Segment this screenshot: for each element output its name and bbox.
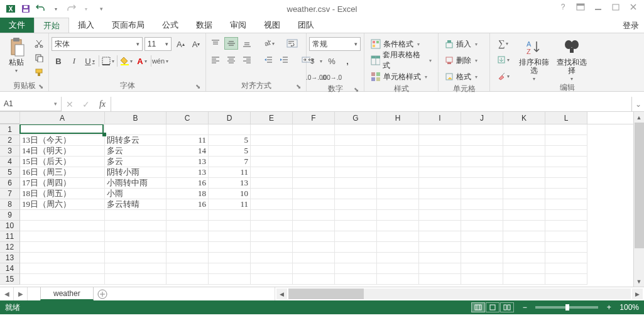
scroll-right-icon[interactable]: ▶	[632, 289, 643, 299]
column-header[interactable]: B	[105, 112, 166, 124]
cell[interactable]	[251, 135, 293, 146]
cell[interactable]	[503, 263, 545, 274]
cell[interactable]	[335, 210, 377, 221]
zoom-slider[interactable]	[535, 306, 598, 309]
formula-input[interactable]	[111, 97, 631, 111]
cell[interactable]	[545, 210, 587, 221]
zoom-value[interactable]: 100%	[619, 303, 639, 312]
column-header[interactable]: L	[545, 112, 587, 124]
cell[interactable]	[377, 221, 419, 231]
cell[interactable]	[20, 242, 105, 253]
cell[interactable]: 13	[166, 157, 209, 167]
align-center-icon[interactable]	[224, 53, 238, 66]
cell[interactable]	[545, 124, 587, 135]
cell[interactable]: 16	[166, 199, 209, 210]
cell[interactable]	[461, 124, 503, 135]
cell[interactable]	[419, 221, 461, 231]
cell[interactable]	[105, 210, 166, 221]
column-header[interactable]: K	[503, 112, 545, 124]
cell[interactable]: 10	[209, 189, 251, 199]
fill-color-icon[interactable]	[119, 55, 133, 67]
cell[interactable]	[545, 167, 587, 178]
cell[interactable]	[419, 199, 461, 210]
font-dialog-launcher-icon[interactable]: ⬊	[194, 83, 202, 91]
format-as-table-button[interactable]: 套用表格格式	[367, 53, 435, 67]
cell[interactable]	[503, 242, 545, 253]
font-size-combo[interactable]: 11▾	[145, 37, 172, 51]
cell[interactable]	[335, 124, 377, 135]
cell[interactable]	[251, 231, 293, 242]
cell[interactable]	[251, 253, 293, 263]
insert-cells-button[interactable]: 插入	[441, 37, 481, 51]
cell[interactable]	[335, 263, 377, 274]
cell[interactable]	[377, 146, 419, 157]
decrease-decimal-icon[interactable]: .00→.0	[325, 71, 339, 84]
cell[interactable]	[335, 199, 377, 210]
cell[interactable]	[105, 263, 166, 274]
delete-cells-button[interactable]: 删除	[441, 53, 481, 67]
cell[interactable]	[335, 189, 377, 199]
cell[interactable]	[377, 124, 419, 135]
tab-formulas[interactable]: 公式	[153, 18, 187, 33]
cell[interactable]	[293, 274, 335, 285]
align-right-icon[interactable]	[240, 53, 254, 66]
cell[interactable]	[377, 199, 419, 210]
align-dialog-launcher-icon[interactable]: ⬊	[295, 83, 302, 91]
column-header[interactable]: G	[335, 112, 377, 124]
increase-indent-icon[interactable]	[277, 53, 291, 66]
cell[interactable]	[20, 231, 105, 242]
conditional-format-button[interactable]: 条件格式	[367, 37, 435, 51]
row-header[interactable]: 13	[0, 253, 20, 263]
cell[interactable]	[419, 167, 461, 178]
cell[interactable]	[503, 157, 545, 167]
cell[interactable]	[166, 231, 209, 242]
cell[interactable]	[545, 199, 587, 210]
maximize-icon[interactable]	[608, 0, 624, 14]
cell[interactable]	[251, 263, 293, 274]
row-header[interactable]: 5	[0, 167, 20, 178]
cell[interactable]	[251, 274, 293, 285]
cell[interactable]: 多云	[105, 146, 166, 157]
row-header[interactable]: 8	[0, 199, 20, 210]
wrap-text-icon[interactable]	[285, 37, 299, 50]
tab-review[interactable]: 审阅	[221, 18, 255, 33]
row-header[interactable]: 2	[0, 135, 20, 146]
column-header[interactable]: H	[377, 112, 419, 124]
cell[interactable]	[20, 253, 105, 263]
vertical-scrollbar[interactable]: ▲ ▼	[633, 112, 644, 287]
cell[interactable]	[461, 157, 503, 167]
cell[interactable]	[251, 146, 293, 157]
align-bottom-icon[interactable]	[240, 37, 254, 50]
cell[interactable]	[251, 167, 293, 178]
name-box[interactable]: A1▾	[0, 97, 62, 111]
column-header[interactable]: I	[419, 112, 461, 124]
underline-button[interactable]: U	[83, 55, 97, 67]
cell[interactable]: 16	[166, 178, 209, 189]
cell[interactable]	[209, 274, 251, 285]
tab-home[interactable]: 开始	[34, 18, 69, 33]
cell[interactable]	[419, 210, 461, 221]
copy-icon[interactable]	[32, 52, 46, 64]
cell[interactable]	[293, 253, 335, 263]
cell[interactable]: 11	[166, 135, 209, 146]
scroll-down-icon[interactable]: ▼	[634, 276, 644, 287]
cell[interactable]	[293, 242, 335, 253]
cell[interactable]	[20, 124, 105, 135]
autosum-icon[interactable]: ∑	[493, 37, 514, 50]
row-header[interactable]: 12	[0, 242, 20, 253]
cell[interactable]	[251, 242, 293, 253]
cell[interactable]	[166, 124, 209, 135]
cell[interactable]: 阴转多云	[105, 135, 166, 146]
cell[interactable]	[251, 124, 293, 135]
cell[interactable]	[293, 124, 335, 135]
cell[interactable]	[335, 231, 377, 242]
cell[interactable]	[503, 135, 545, 146]
clear-icon[interactable]	[493, 70, 514, 82]
cell[interactable]: 5	[209, 135, 251, 146]
cell[interactable]	[335, 135, 377, 146]
cell[interactable]	[419, 231, 461, 242]
page-break-view-icon[interactable]	[500, 302, 514, 312]
accounting-format-icon[interactable]: $	[309, 55, 323, 67]
cell[interactable]	[545, 178, 587, 189]
cell[interactable]	[461, 274, 503, 285]
